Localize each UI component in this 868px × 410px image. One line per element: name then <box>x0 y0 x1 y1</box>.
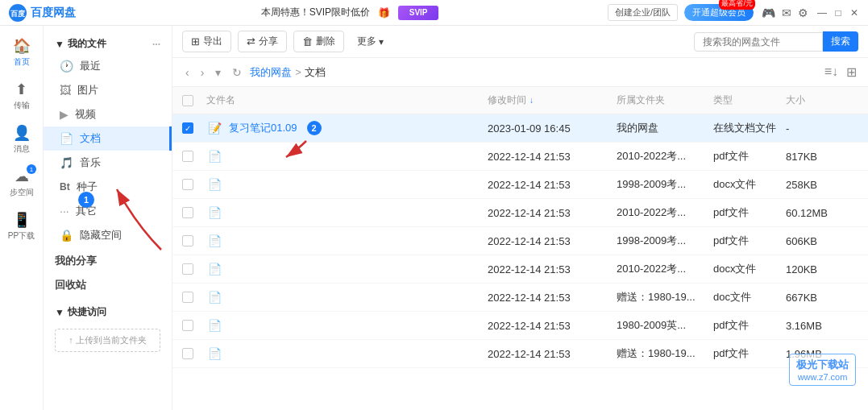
file-icon-1: 📄 <box>206 148 222 164</box>
select-all-checkbox[interactable] <box>182 95 193 106</box>
header-name: 文件名 <box>206 93 488 107</box>
checkbox-0[interactable]: ✓ <box>182 122 193 134</box>
export-icon: ⊞ <box>191 35 200 48</box>
nav-recycle[interactable]: 回收站 <box>44 273 172 297</box>
open-svip-button[interactable]: 开通超级会员 最高省/元 <box>684 4 754 21</box>
delete-icon: 🗑 <box>302 35 313 48</box>
delete-button[interactable]: 🗑 删除 <box>293 31 344 52</box>
table-row: 📄 2022-12-14 21:53 1998-2009考... pdf文件 6… <box>172 227 868 255</box>
message-icon: 👤 <box>13 124 31 142</box>
share-button[interactable]: ⇄ 分享 <box>238 31 287 52</box>
table-row: 📄 2022-12-14 21:53 2010-2022考... pdf文件 6… <box>172 199 868 227</box>
checkbox-8[interactable] <box>182 348 193 359</box>
close-button[interactable]: ✕ <box>849 7 860 19</box>
table-row: 📄 2022-12-14 21:53 1998-2009考... docx文件 … <box>172 171 868 199</box>
my-files-section: ▼ 我的文件 ··· 🕐 最近 🖼 图片 ▶ 视频 📄 <box>44 32 172 247</box>
window-controls: — □ ✕ <box>816 7 860 19</box>
svip-badge: SVIP <box>409 8 428 17</box>
breadcrumb-separator: > <box>295 66 301 78</box>
mail-icon[interactable]: ✉ <box>782 6 791 19</box>
toolbar: ⊞ 导出 ⇄ 分享 🗑 删除 更多 ▾ 搜索 <box>172 26 868 58</box>
search-input[interactable] <box>694 32 823 52</box>
header-type: 类型 <box>713 93 786 107</box>
sidebar-item-download[interactable]: 📱 PP下载 <box>0 206 43 246</box>
checkbox-1[interactable] <box>182 151 193 162</box>
row-size-0: - <box>786 122 858 135</box>
arrow-down-icon: ▼ <box>55 39 64 50</box>
upload-area[interactable]: ↑ 上传到当前文件夹 <box>55 329 160 352</box>
checkbox-2[interactable] <box>182 179 193 190</box>
content-area: ⊞ 导出 ⇄ 分享 🗑 删除 更多 ▾ 搜索 <box>172 26 868 410</box>
videos-icon: ▶ <box>60 108 69 121</box>
file-icon-7: 📄 <box>206 317 222 333</box>
breadcrumb: 我的网盘 > 文档 <box>250 65 326 80</box>
checkbox-4[interactable] <box>182 235 193 246</box>
nav-item-music[interactable]: 🎵 音乐 <box>44 151 172 175</box>
promo-text: 本周特惠！SVIP限时低价 <box>261 6 370 19</box>
header-mtime[interactable]: 修改时间 ↓ <box>488 93 617 107</box>
svg-text:百度: 百度 <box>10 9 26 18</box>
file-icon-8: 📄 <box>206 346 222 362</box>
home-label: 首页 <box>14 56 30 68</box>
checkbox-3[interactable] <box>182 207 193 218</box>
titlebar-center: 本周特惠！SVIP限时低价 🎁 SVIP <box>92 6 608 20</box>
sidebar-item-transfer[interactable]: ⬆ 传输 <box>0 76 43 116</box>
row-name-0: 📝 复习笔记01.09 2 <box>206 120 488 136</box>
checkbox-6[interactable] <box>182 292 193 303</box>
nav-item-torrent[interactable]: Bt 种子 <box>44 175 172 199</box>
table-row: 📄 2022-12-14 21:53 1980-2009英... pdf文件 3… <box>172 312 868 340</box>
download-label: PP下载 <box>8 230 35 242</box>
gamepad-icon[interactable]: 🎮 <box>762 6 775 19</box>
music-icon: 🎵 <box>60 156 73 169</box>
torrent-icon: Bt <box>60 181 70 193</box>
message-label: 消息 <box>14 143 30 155</box>
table-row: 📄 2022-12-14 21:53 赠送：1980-19... pdf文件 1… <box>172 340 868 368</box>
grid-view-button[interactable]: ⊞ <box>845 63 858 81</box>
chevron-down-icon: ▾ <box>379 36 384 48</box>
sidebar-item-message[interactable]: 👤 消息 <box>0 119 43 159</box>
docs-icon: 📄 <box>60 132 73 145</box>
app-logo: 百度 百度网盘 <box>8 3 76 23</box>
nav-my-share[interactable]: 我的分享 <box>44 249 172 273</box>
search-button[interactable]: 搜索 <box>823 31 858 52</box>
maximize-button[interactable]: □ <box>833 7 844 19</box>
images-icon: 🖼 <box>60 84 71 97</box>
dropdown-arrow[interactable]: ▾ <box>212 64 224 81</box>
row-mtime-0: 2023-01-09 16:45 <box>488 122 617 135</box>
nav-item-recent[interactable]: 🕐 最近 <box>44 54 172 78</box>
gift-icon: 🎁 <box>378 7 390 19</box>
table-row: 📄 2022-12-14 21:53 2010-2022考... pdf文件 8… <box>172 143 868 171</box>
sort-icon: ↓ <box>530 96 534 105</box>
nav-item-images[interactable]: 🖼 图片 <box>44 78 172 102</box>
cloud-label: 步空间 <box>10 187 34 198</box>
forward-arrow[interactable]: › <box>197 64 208 81</box>
create-team-button[interactable]: 创建企业/团队 <box>608 4 678 21</box>
minimize-button[interactable]: — <box>816 7 828 19</box>
checkbox-7[interactable] <box>182 320 193 331</box>
list-view-button[interactable]: ≡↓ <box>823 63 840 81</box>
settings-icon[interactable]: ⚙ <box>798 6 808 19</box>
my-files-title: ▼ 我的文件 ··· <box>44 32 172 54</box>
breadcrumb-current: 文档 <box>305 65 326 80</box>
more-button[interactable]: 更多 ▾ <box>351 31 390 52</box>
refresh-icon[interactable]: ↻ <box>229 64 245 81</box>
sidebar-item-home[interactable]: 🏠 首页 <box>0 32 43 72</box>
export-button[interactable]: ⊞ 导出 <box>182 31 231 52</box>
row-check-0[interactable]: ✓ <box>182 122 206 134</box>
sidebar-item-cloud[interactable]: 1 ☁ 步空间 <box>0 163 43 203</box>
breadcrumb-root[interactable]: 我的网盘 <box>250 65 292 80</box>
nav-item-docs[interactable]: 📄 文档 <box>44 126 172 151</box>
header-folder: 所属文件夹 <box>617 93 713 107</box>
search-box: 搜索 <box>694 31 858 52</box>
more-icon[interactable]: ··· <box>152 39 160 50</box>
back-arrow[interactable]: ‹ <box>182 64 193 81</box>
nav-item-hidden[interactable]: 🔒 隐藏空间 <box>44 223 172 247</box>
cloud-badge: 1 <box>27 164 36 174</box>
quick-access-title: ▼ 快捷访问 <box>44 300 172 322</box>
hot-badge: 最高省/元 <box>719 0 755 10</box>
nav-item-other[interactable]: ··· 其它 <box>44 199 172 223</box>
nav-item-videos[interactable]: ▶ 视频 <box>44 102 172 126</box>
download-icon: 📱 <box>13 211 31 229</box>
file-icon-2: 📄 <box>206 176 222 193</box>
checkbox-5[interactable] <box>182 263 193 275</box>
